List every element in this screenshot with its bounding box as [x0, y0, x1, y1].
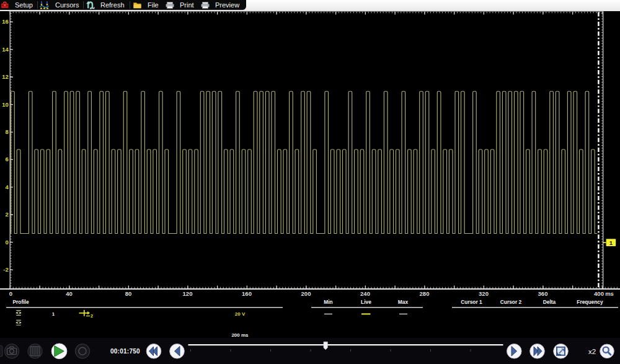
- svg-text:360: 360: [538, 290, 548, 297]
- svg-text:160: 160: [242, 290, 252, 297]
- svg-text:80: 80: [125, 290, 132, 297]
- svg-text:x2: x2: [588, 348, 596, 355]
- svg-text:Profile: Profile: [13, 299, 29, 305]
- svg-text:Cursor 1: Cursor 1: [461, 299, 482, 305]
- svg-text:1: 1: [52, 311, 55, 317]
- svg-text:Max: Max: [398, 299, 409, 305]
- svg-text:8: 8: [6, 128, 9, 135]
- svg-text:10: 10: [2, 101, 9, 108]
- svg-text:Frequency: Frequency: [577, 299, 603, 305]
- svg-text:Min: Min: [324, 299, 332, 305]
- svg-text:120: 120: [183, 290, 193, 297]
- svg-text:Cursor 2: Cursor 2: [500, 299, 522, 305]
- svg-text:20 V: 20 V: [235, 311, 246, 317]
- svg-text:1: 1: [609, 239, 613, 246]
- svg-text:00:01:750: 00:01:750: [110, 348, 140, 355]
- svg-text:2: 2: [6, 211, 9, 218]
- svg-text:16: 16: [2, 18, 9, 25]
- svg-text:Delta: Delta: [543, 299, 556, 305]
- svg-text:0: 0: [6, 239, 9, 246]
- svg-text:200 ms: 200 ms: [231, 332, 249, 338]
- svg-text:40: 40: [66, 290, 73, 297]
- svg-text:-2: -2: [3, 266, 8, 273]
- svg-text:2: 2: [91, 314, 93, 318]
- svg-text:240: 240: [360, 290, 370, 297]
- svg-text:280: 280: [420, 290, 430, 297]
- svg-text:4: 4: [6, 184, 9, 190]
- svg-text:200: 200: [301, 290, 311, 297]
- svg-text:12: 12: [2, 73, 9, 80]
- svg-text:Live: Live: [361, 299, 371, 305]
- svg-text:6: 6: [6, 156, 9, 162]
- svg-text:0: 0: [9, 290, 12, 297]
- svg-text:320: 320: [479, 290, 489, 297]
- svg-text:400: 400: [594, 290, 604, 297]
- svg-text:ms: ms: [605, 290, 614, 297]
- svg-text:14: 14: [2, 46, 9, 53]
